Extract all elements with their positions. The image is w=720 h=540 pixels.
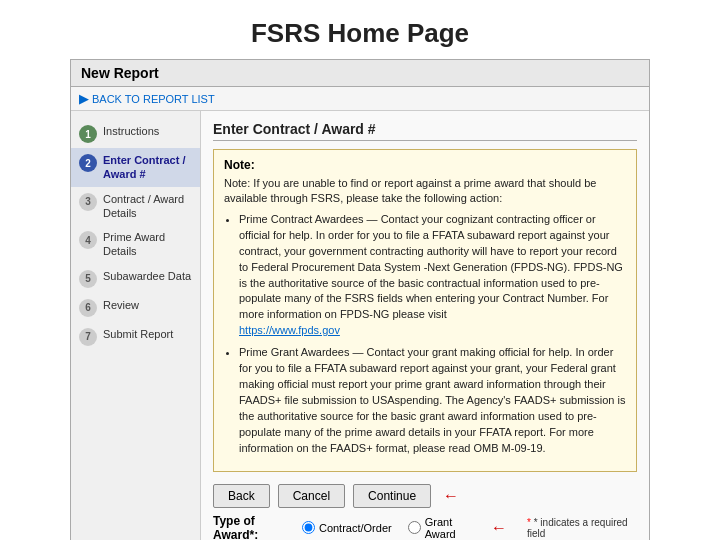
page-title: FSRS Home Page [0, 0, 720, 59]
fpds-link[interactable]: https://www.fpds.gov [239, 324, 340, 336]
back-button[interactable]: Back [213, 484, 270, 508]
step-1-circle: 1 [79, 125, 97, 143]
type-arrow-indicator: ← [491, 519, 507, 537]
cancel-button[interactable]: Cancel [278, 484, 345, 508]
note-intro: Note: If you are unable to find or repor… [224, 176, 626, 207]
step-7[interactable]: 7 Submit Report [71, 322, 200, 351]
step-3-label: Contract / Award Details [103, 192, 192, 221]
step-1-label: Instructions [103, 124, 159, 138]
new-report-header: New Report [71, 60, 649, 87]
step-2[interactable]: 2 Enter Contract / Award # [71, 148, 200, 187]
step-4-circle: 4 [79, 231, 97, 249]
back-to-list-link[interactable]: ▶ BACK TO REPORT LIST [79, 91, 641, 106]
step-1[interactable]: 1 Instructions [71, 119, 200, 148]
new-report-label: New Report [81, 65, 159, 81]
step-3-circle: 3 [79, 193, 97, 211]
type-of-award-row: Type of Award*: Contract/Order Grant Awa… [213, 514, 637, 540]
step-6[interactable]: 6 Review [71, 293, 200, 322]
main-content: Enter Contract / Award # Note: Note: If … [201, 111, 649, 540]
contract-order-radio[interactable] [302, 521, 315, 534]
type-award-label: Type of Award*: [213, 514, 286, 540]
step-5[interactable]: 5 Subawardee Data [71, 264, 200, 293]
back-icon: ▶ [79, 91, 89, 106]
step-2-circle: 2 [79, 154, 97, 172]
note-item-1: Prime Contract Awardees — Contact your c… [239, 212, 626, 340]
form-panel: New Report ▶ BACK TO REPORT LIST 1 Instr… [70, 59, 650, 540]
step-7-label: Submit Report [103, 327, 173, 341]
step-5-label: Subawardee Data [103, 269, 191, 283]
note-list: Prime Contract Awardees — Contact your c… [239, 212, 626, 457]
grant-award-radio[interactable] [408, 521, 421, 534]
button-row: Back Cancel Continue ← [213, 484, 637, 508]
section-title: Enter Contract / Award # [213, 121, 637, 141]
type-label-row: Type of Award*: Contract/Order Grant Awa… [213, 514, 507, 540]
arrow-indicator: ← [443, 487, 459, 505]
steps-sidebar: 1 Instructions 2 Enter Contract / Award … [71, 111, 201, 540]
step-7-circle: 7 [79, 328, 97, 346]
step-4-label: Prime Award Details [103, 230, 192, 259]
note-box: Note: Note: If you are unable to find or… [213, 149, 637, 472]
step-2-label: Enter Contract / Award # [103, 153, 192, 182]
step-5-circle: 5 [79, 270, 97, 288]
continue-button[interactable]: Continue [353, 484, 431, 508]
step-6-label: Review [103, 298, 139, 312]
step-6-circle: 6 [79, 299, 97, 317]
step-3[interactable]: 3 Contract / Award Details [71, 187, 200, 226]
contract-order-option[interactable]: Contract/Order [302, 521, 392, 534]
required-field-note: * * indicates a required field [527, 517, 637, 539]
step-4[interactable]: 4 Prime Award Details [71, 225, 200, 264]
note-item-2: Prime Grant Awardees — Contact your gran… [239, 345, 626, 457]
grant-award-option[interactable]: Grant Award [408, 516, 471, 540]
note-title: Note: [224, 158, 626, 172]
